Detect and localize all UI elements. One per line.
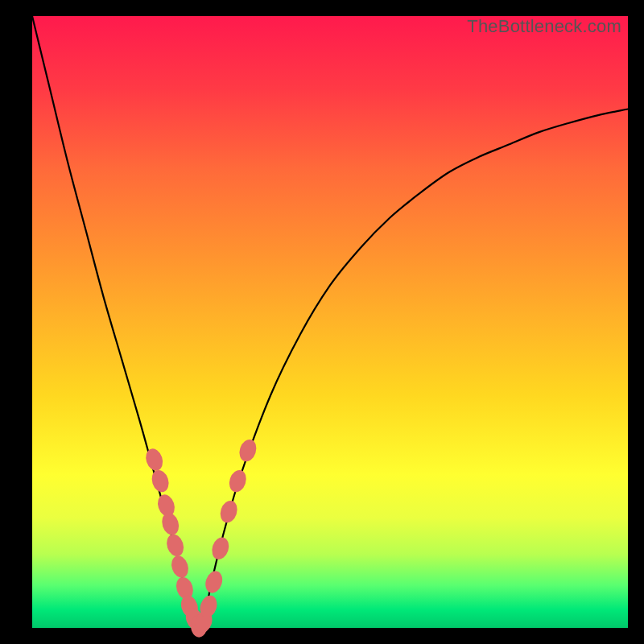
data-marker xyxy=(217,498,240,525)
bottleneck-curve xyxy=(32,16,628,628)
marker-group xyxy=(143,437,259,638)
chart-frame: TheBottleneck.com xyxy=(0,0,644,644)
data-marker xyxy=(203,569,225,596)
data-marker xyxy=(209,535,232,562)
data-marker xyxy=(169,554,192,580)
data-marker xyxy=(149,468,171,494)
data-marker xyxy=(164,532,187,559)
data-marker xyxy=(237,437,259,464)
data-marker xyxy=(143,447,166,473)
chart-svg xyxy=(32,16,628,628)
data-marker xyxy=(159,510,182,537)
data-marker xyxy=(226,468,249,494)
plot-area: TheBottleneck.com xyxy=(32,16,628,628)
